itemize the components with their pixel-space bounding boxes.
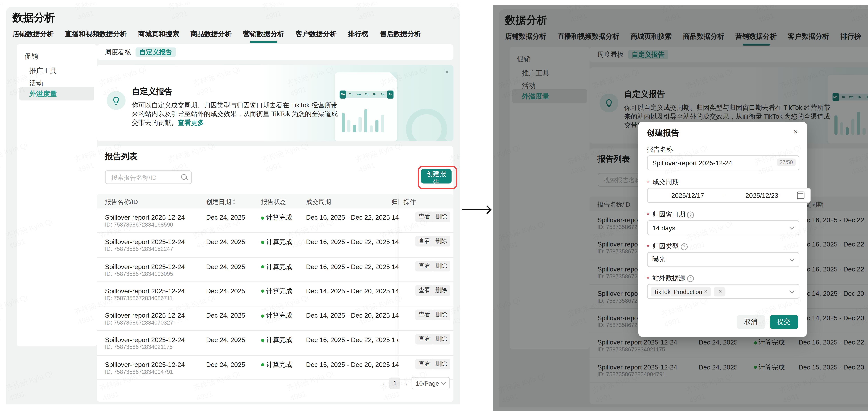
- tab-weekly-board[interactable]: 周度看板: [101, 47, 135, 57]
- page-size-value: 10/Page: [416, 380, 439, 387]
- report-period: Dec 16, 2025 - Dec 22, 2025: [306, 263, 390, 270]
- bar-chart-illustration: [342, 109, 384, 132]
- prev-page-button[interactable]: ‹: [383, 380, 385, 387]
- report-period: Dec 14, 2025 - Dec 20, 2025: [306, 312, 390, 319]
- status-text: 计算完成: [266, 287, 292, 296]
- report-created-date: Dec 24, 2025: [206, 263, 245, 270]
- period-start-date[interactable]: 2025/12/17: [653, 192, 722, 199]
- help-icon[interactable]: ?: [687, 275, 694, 282]
- status-dot-icon: [261, 314, 264, 317]
- next-page-button[interactable]: ›: [405, 380, 407, 387]
- col-created-date-label: 创建日期: [206, 199, 231, 205]
- table-row: Spillover-report 2025-12-24 ID: 75873586…: [97, 307, 454, 331]
- chevron-down-icon: [789, 224, 795, 230]
- status-text: 计算完成: [266, 336, 292, 345]
- deal-period-label: 成交周期: [647, 178, 679, 186]
- chevron-down-icon: [441, 380, 446, 385]
- status-text: 计算完成: [266, 263, 292, 271]
- report-name: Spillover-report 2025-12-24: [105, 213, 185, 221]
- sidebar: 促销 推广工具 活动 外溢度量: [17, 44, 97, 346]
- table-header: 报告名称/ID 创建日期 报告状态 成交周期 归因窗口期 操作: [97, 194, 454, 209]
- top-nav-tabs: 店铺数据分析 直播和视频数据分析 商城页和搜索 商品数据分析 营销数据分析 客户…: [12, 29, 421, 44]
- remove-tag-icon[interactable]: ×: [704, 288, 707, 294]
- nav-tab-live-video[interactable]: 直播和视频数据分析: [65, 29, 127, 44]
- col-created-date[interactable]: 创建日期: [206, 198, 237, 206]
- report-name-field[interactable]: Spillover-report 2025-12-24 27/50: [647, 155, 799, 170]
- view-button[interactable]: 查看: [415, 285, 433, 296]
- nav-tab-marketing[interactable]: 营销数据分析: [243, 29, 284, 44]
- report-period: Dec 16, 2025 - Dec 22, 2025: [306, 336, 390, 343]
- delete-button[interactable]: 删除: [432, 310, 450, 320]
- weekday-th: Th: [364, 93, 370, 96]
- offsite-source-label: 站外数据源?: [647, 274, 694, 283]
- status-dot-icon: [261, 265, 264, 268]
- nav-tab-mall-search[interactable]: 商城页和搜索: [138, 29, 179, 44]
- offsite-source-multiselect[interactable]: TikTok_Production× ×: [647, 284, 799, 299]
- view-button[interactable]: 查看: [415, 359, 433, 369]
- nav-tab-shop[interactable]: 店铺数据分析: [12, 29, 54, 44]
- col-name-id: 报告名称/ID: [105, 198, 138, 206]
- report-created-date: Dec 24, 2025: [206, 238, 245, 245]
- custom-report-banner: Mo Tu We Th Fr Sa Su 自定义报告 你可以自定义成交周期、归因…: [97, 65, 454, 141]
- banner-close-icon[interactable]: ×: [445, 69, 449, 75]
- chevron-down-icon: [789, 288, 795, 293]
- view-button[interactable]: 查看: [415, 260, 433, 271]
- offsite-source-label-text: 站外数据源: [652, 274, 685, 283]
- delete-button[interactable]: 删除: [432, 236, 450, 247]
- weekday-su: Su: [387, 91, 393, 99]
- canvas: 数据分析 店铺数据分析 直播和视频数据分析 商城页和搜索 商品数据分析 营销数据…: [0, 0, 868, 417]
- source-tag-extra: ×: [714, 287, 725, 296]
- report-period: Dec 16, 2025 - Dec 22, 2025: [306, 238, 390, 245]
- submit-button[interactable]: 提交: [770, 315, 798, 329]
- report-id: ID: 7587358672834070327: [105, 320, 173, 326]
- report-status: 计算完成: [261, 263, 292, 271]
- attribution-type-value: 曝光: [652, 255, 665, 264]
- modal-close-icon[interactable]: ×: [794, 127, 798, 136]
- transition-arrow: [462, 209, 490, 210]
- page-title: 数据分析: [12, 10, 55, 25]
- see-more-link[interactable]: 查看更多: [178, 119, 204, 126]
- weekday-fr: Fr: [371, 93, 378, 96]
- view-button[interactable]: 查看: [415, 212, 433, 222]
- nav-tab-customer[interactable]: 客户数据分析: [296, 29, 337, 44]
- report-status: 计算完成: [261, 336, 292, 345]
- screenshot-before: 数据分析 店铺数据分析 直播和视频数据分析 商城页和搜索 商品数据分析 营销数据…: [0, 2, 460, 408]
- delete-button[interactable]: 删除: [432, 260, 450, 271]
- attribution-type-select[interactable]: 曝光: [647, 252, 799, 267]
- view-button[interactable]: 查看: [415, 310, 433, 320]
- help-icon[interactable]: ?: [681, 243, 687, 250]
- cancel-button[interactable]: 取消: [737, 315, 765, 329]
- view-button[interactable]: 查看: [415, 334, 433, 345]
- table-row: Spillover-report 2025-12-24 ID: 75873586…: [97, 233, 454, 257]
- weekday-tu: Tu: [348, 93, 354, 96]
- delete-button[interactable]: 删除: [432, 334, 450, 345]
- tab-custom-report[interactable]: 自定义报告: [135, 47, 176, 57]
- nav-tab-aftersale[interactable]: 售后数据分析: [380, 29, 421, 44]
- sidebar-item-promo-tools[interactable]: 推广工具: [29, 66, 57, 75]
- nav-tab-ranking[interactable]: 排行榜: [348, 29, 369, 44]
- sidebar-item-activity[interactable]: 活动: [29, 78, 43, 87]
- status-text: 计算完成: [266, 238, 292, 247]
- delete-button[interactable]: 删除: [432, 359, 450, 369]
- banner-description: 你可以自定义成交周期、归因类型与归因窗口期去看在 TikTok 经营所带来的站内…: [132, 100, 338, 127]
- attribution-window-select[interactable]: 14 days: [647, 220, 799, 235]
- delete-button[interactable]: 删除: [432, 212, 450, 222]
- report-name-value: Spillover-report 2025-12-24: [652, 159, 732, 167]
- report-created-date: Dec 24, 2025: [206, 312, 245, 319]
- view-button[interactable]: 查看: [415, 236, 433, 247]
- page-size-select[interactable]: 10/Page: [411, 377, 450, 389]
- report-name-label: 报告名称: [647, 145, 673, 154]
- current-page[interactable]: 1: [390, 378, 401, 389]
- help-icon[interactable]: ?: [687, 211, 694, 218]
- delete-button[interactable]: 删除: [432, 285, 450, 296]
- search-input[interactable]: [110, 172, 178, 183]
- remove-tag-icon[interactable]: ×: [718, 288, 722, 294]
- calendar-icon[interactable]: [797, 192, 804, 199]
- deal-period-field[interactable]: 2025/12/17 - 2025/12/23: [647, 188, 810, 203]
- sidebar-item-spillover[interactable]: 外溢度量: [29, 89, 57, 98]
- search-icon: [181, 174, 187, 180]
- period-end-date[interactable]: 2025/12/23: [727, 192, 797, 199]
- nav-tab-product[interactable]: 商品数据分析: [190, 29, 231, 44]
- sort-icon[interactable]: [232, 199, 237, 205]
- col-actions: 操作: [403, 198, 416, 206]
